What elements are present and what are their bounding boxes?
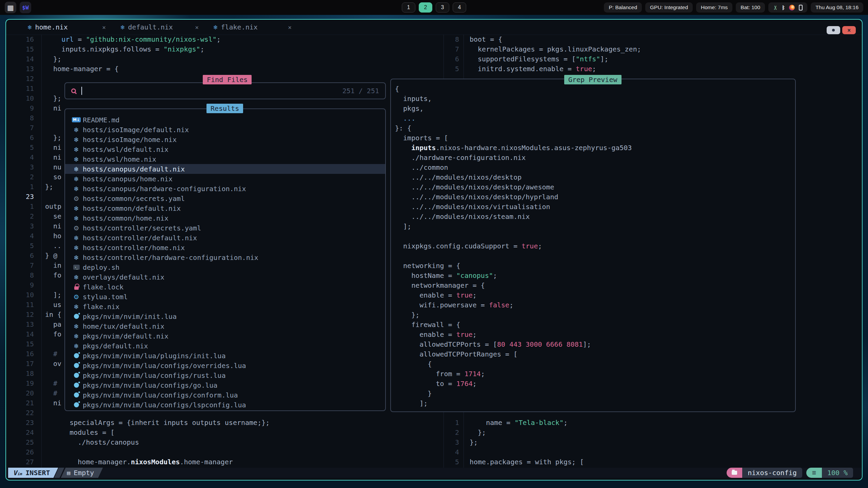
result-item[interactable]: ❄hosts/common/home.nix — [65, 213, 385, 223]
preview-line: ../../modules/nixos/desktop/awesome — [395, 182, 795, 192]
code-text: }; — [45, 94, 61, 103]
code-text: fo — [45, 270, 61, 280]
result-item[interactable]: ❄overlays/default.nix — [65, 272, 385, 282]
result-item[interactable]: pkgs/nvim/nvim/lua/configs/overrides.lua — [65, 361, 385, 370]
result-path: hosts/controller/default.nix — [83, 234, 197, 242]
preview-line: hostName = "canopus"; — [395, 271, 795, 281]
result-item[interactable]: ❄home/tux/default.nix — [65, 321, 385, 331]
line-number: 10 — [6, 94, 34, 103]
workspace-button-3[interactable]: 3 — [436, 2, 449, 13]
firefox-icon[interactable] — [789, 5, 795, 11]
tab-home.nix[interactable]: ❄home.nix× — [28, 23, 106, 31]
result-item[interactable]: ❄flake.nix — [65, 302, 385, 311]
pin-window-button[interactable] — [827, 26, 840, 34]
result-item[interactable]: ⚙hosts/controller/secrets.yaml — [65, 223, 385, 233]
tab-close-icon[interactable]: × — [288, 24, 292, 31]
preview-line: ]; — [395, 222, 795, 231]
result-item[interactable]: pkgs/nvim/nvim/lua/configs/go.lua — [65, 380, 385, 390]
result-item[interactable]: ❄hosts/canopus/hardware-configuration.ni… — [65, 184, 385, 194]
status-pill: Home: 7ms — [696, 2, 732, 13]
line-number: 7 — [6, 123, 34, 133]
result-item[interactable]: ›_deploy.sh — [65, 262, 385, 272]
tab-default.nix[interactable]: ❄default.nix× — [121, 23, 199, 31]
result-path: hosts/canopus/hardware-configuration.nix — [83, 185, 246, 193]
apps-launcher-button[interactable]: ▦ — [5, 2, 16, 13]
close-window-button[interactable]: × — [842, 26, 856, 34]
result-item[interactable]: pkgs/nvim/nvim/lua/configs/conform.lua — [65, 390, 385, 400]
result-item[interactable]: ⚙stylua.toml — [65, 292, 385, 302]
result-item[interactable]: ❄hosts/canopus/default.nix — [65, 164, 385, 174]
preview-line: nixpkgs.config.cudaSupport = true; — [395, 241, 795, 251]
line-number: 10 — [6, 290, 34, 300]
result-item[interactable]: flake.lock — [65, 282, 385, 292]
line-number: 6 — [6, 133, 34, 143]
code-row: 25 ./hosts/canopus — [6, 438, 443, 447]
result-path: pkgs/nvim/nvim/lua/configs/overrides.lua — [83, 362, 246, 370]
preview-line — [395, 251, 795, 261]
phone-icon[interactable] — [799, 5, 803, 11]
result-item[interactable]: pkgs/nvim/nvim/lua/configs/rust.lua — [65, 370, 385, 380]
snowflake-glyph: ❄ — [74, 205, 79, 212]
code-text: boot = { — [470, 35, 502, 44]
code-text: }; — [45, 182, 53, 192]
shell-file-icon: ›_ — [72, 265, 81, 270]
logo-text: $W — [22, 4, 28, 11]
line-number: 12 — [6, 74, 34, 84]
line-number: 3 — [443, 438, 459, 447]
line-number: 16 — [6, 35, 34, 44]
code-row: 23 specialArgs = {inherit inputs outputs… — [6, 418, 443, 428]
result-item[interactable]: ❄pkgs/default.nix — [65, 341, 385, 351]
result-item[interactable]: ❄hosts/controller/hardware-configuration… — [65, 252, 385, 262]
line-number: 4 — [6, 152, 34, 162]
result-item[interactable]: ❄hosts/controller/default.nix — [65, 233, 385, 243]
tab-close-icon[interactable]: × — [195, 24, 199, 31]
bluetooth-icon[interactable]: ᛒ — [782, 5, 785, 10]
code-text: pa — [45, 320, 61, 329]
find-files-input[interactable]: 251 / 251 — [64, 82, 386, 99]
preview-line: wifi.powersave = false; — [395, 300, 795, 310]
result-item[interactable]: ❄hosts/isoImage/home.nix — [65, 135, 385, 144]
yaml-file-icon: ⚙ — [72, 195, 81, 202]
screenshot-icon[interactable]: ✂ — [773, 5, 778, 10]
code-text: # — [45, 349, 57, 359]
tab-flake.nix[interactable]: ❄flake.nix× — [214, 23, 292, 31]
result-item[interactable]: ⚙hosts/common/secrets.yaml — [65, 194, 385, 203]
nix-file-icon: ❄ — [72, 126, 81, 134]
result-item[interactable]: M↓README.md — [65, 115, 385, 125]
result-item[interactable]: ❄hosts/isoImage/default.nix — [65, 125, 385, 135]
snowflake-glyph: ❄ — [74, 175, 79, 183]
results-list[interactable]: M↓README.md❄hosts/isoImage/default.nix❄h… — [64, 108, 386, 411]
preview-line: enable = true; — [395, 290, 795, 300]
result-item[interactable]: ❄hosts/controller/home.nix — [65, 243, 385, 252]
result-item[interactable]: pkgs/nvim/nvim/lua/configs/lspconfig.lua — [65, 400, 385, 410]
tab-close-icon[interactable]: × — [102, 24, 106, 31]
line-number: 22 — [6, 408, 34, 418]
result-item[interactable]: ❄hosts/canopus/home.nix — [65, 174, 385, 184]
mode-text: INSERT — [25, 469, 50, 477]
result-item[interactable]: pkgs/nvim/nvim/lua/plugins/init.lua — [65, 351, 385, 361]
logo-button[interactable]: $W — [20, 2, 31, 13]
workspace-button-2[interactable]: 2 — [419, 2, 432, 13]
status-pills: P: BalancedGPU: IntegratedHome: 7msBat: … — [604, 2, 765, 13]
nix-file-icon: ❄ — [72, 254, 81, 261]
code-text: supportedFilesystems = ["ntfs"]; — [470, 54, 608, 64]
line-number: 23 — [6, 418, 34, 428]
snowflake-glyph: ❄ — [74, 254, 79, 261]
nix-file-icon: ❄ — [72, 323, 81, 330]
line-number: 5 — [443, 457, 459, 467]
snowflake-glyph: ❄ — [74, 126, 79, 134]
snowflake-glyph: ❄ — [74, 234, 79, 242]
workspace-button-1[interactable]: 1 — [402, 2, 415, 13]
result-path: home/tux/default.nix — [83, 322, 164, 330]
line-number: 25 — [6, 438, 34, 447]
result-item[interactable]: ❄hosts/wsl/home.nix — [65, 154, 385, 164]
line-number: 7 — [443, 44, 459, 54]
result-item[interactable]: ❄hosts/common/default.nix — [65, 203, 385, 213]
result-item[interactable]: ❄hosts/wsl/default.nix — [65, 144, 385, 154]
top-status-bar: ▦ $W 1234 P: BalancedGPU: IntegratedHome… — [0, 0, 868, 15]
result-item[interactable]: pkgs/nvim/nvim/init.lua — [65, 311, 385, 321]
result-item[interactable]: ❄pkgs/nvim/default.nix — [65, 331, 385, 341]
preview-line: }; — [395, 310, 795, 320]
clock[interactable]: Thu Aug 08, 18:16 — [811, 2, 863, 13]
workspace-button-4[interactable]: 4 — [453, 2, 466, 13]
